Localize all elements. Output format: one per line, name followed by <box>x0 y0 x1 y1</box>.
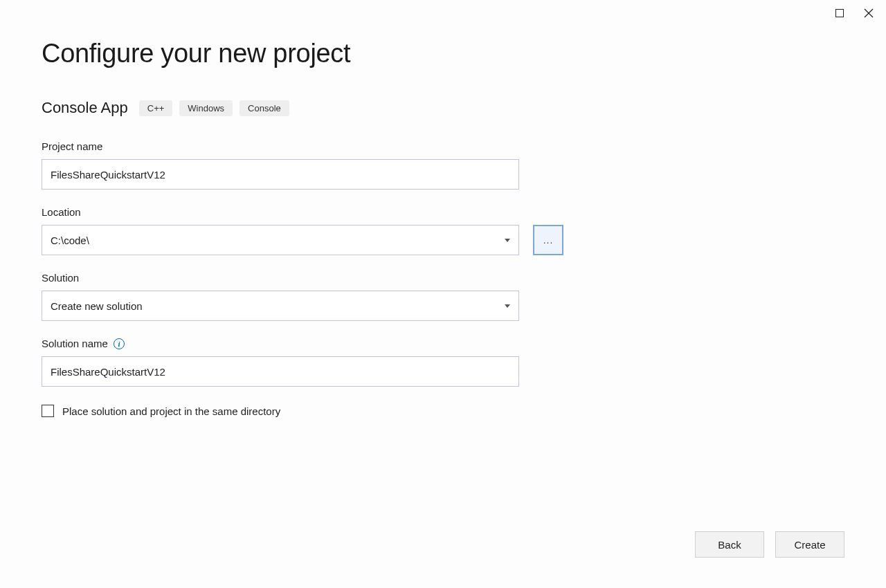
tag-console: Console <box>239 100 289 116</box>
create-button[interactable]: Create <box>775 531 844 558</box>
solution-name-input[interactable] <box>42 356 519 387</box>
ellipsis-icon: ... <box>543 235 554 246</box>
tag-cpp: C++ <box>139 100 173 116</box>
tag-windows: Windows <box>179 100 233 116</box>
template-name: Console App <box>42 99 128 117</box>
project-name-label: Project name <box>42 140 844 152</box>
solution-label: Solution <box>42 272 844 284</box>
back-button[interactable]: Back <box>695 531 764 558</box>
project-name-input[interactable] <box>42 159 519 190</box>
chevron-down-icon <box>505 304 510 308</box>
close-button[interactable] <box>864 8 874 18</box>
solution-combobox[interactable]: Create new solution <box>42 291 519 321</box>
info-icon[interactable]: i <box>114 338 125 349</box>
maximize-icon <box>835 9 844 17</box>
same-directory-checkbox[interactable] <box>42 405 54 417</box>
maximize-button[interactable] <box>835 8 844 18</box>
page-title: Configure your new project <box>42 39 844 68</box>
solution-name-label: Solution name <box>42 338 108 349</box>
chevron-down-icon <box>505 239 510 242</box>
close-icon <box>864 8 874 18</box>
location-value: C:\code\ <box>51 235 89 246</box>
location-label: Location <box>42 206 844 218</box>
solution-value: Create new solution <box>51 300 143 312</box>
location-combobox[interactable]: C:\code\ <box>42 225 519 255</box>
browse-button[interactable]: ... <box>533 225 563 255</box>
same-directory-label: Place solution and project in the same d… <box>62 405 280 417</box>
